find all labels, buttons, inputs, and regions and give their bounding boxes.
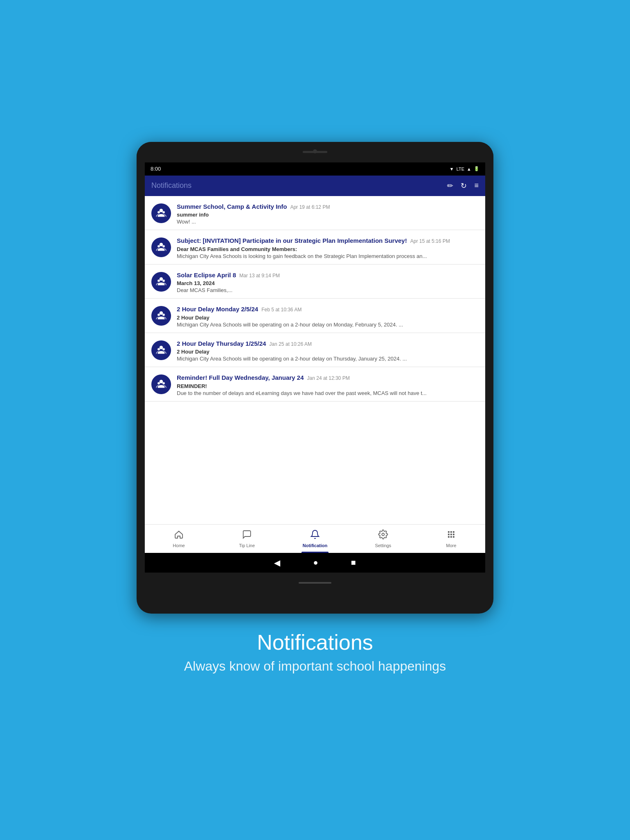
notification-item[interactable]: 2 Hour Delay Monday 2/5/24Feb 5 at 10:36…: [145, 299, 485, 333]
edit-icon[interactable]: ✏: [447, 181, 453, 190]
notif-preview: Michigan City Area Schools will be opera…: [177, 322, 479, 328]
notif-preview-bold: summer info: [177, 212, 479, 218]
caption-subtitle: Always know of important school happenin…: [184, 659, 446, 674]
back-button[interactable]: ◀: [274, 558, 280, 568]
app-bar-icons: ✏ ↻ ≡: [447, 181, 479, 190]
nav-item-notification[interactable]: Notification: [281, 525, 349, 553]
notification-item[interactable]: 2 Hour Delay Thursday 1/25/24Jan 25 at 1…: [145, 333, 485, 368]
notif-title: Reminder! Full Day Wednesday, January 24: [177, 374, 304, 382]
notif-avatar: [151, 272, 171, 292]
status-bar: 8:00 ▼ LTE ▲ 🔋: [145, 162, 485, 176]
svg-rect-32: [450, 536, 452, 538]
nav-item-more[interactable]: More: [417, 525, 485, 553]
svg-point-5: [160, 243, 163, 247]
svg-rect-27: [453, 531, 454, 533]
svg-point-1: [160, 208, 163, 212]
notif-time: Jan 25 at 10:26 AM: [269, 341, 312, 347]
home-nav-icon: [174, 530, 184, 542]
notification-item[interactable]: Reminder! Full Day Wednesday, January 24…: [145, 367, 485, 402]
caption-title: Notifications: [184, 630, 446, 655]
notif-content: Solar Eclipse April 8Mar 13 at 9:14 PMMa…: [177, 271, 479, 294]
notif-title: Solar Eclipse April 8: [177, 271, 236, 279]
notif-preview-bold: Dear MCAS Families and Community Members…: [177, 246, 479, 252]
notif-content: 2 Hour Delay Monday 2/5/24Feb 5 at 10:36…: [177, 305, 479, 328]
settings-nav-label: Settings: [375, 543, 391, 548]
svg-point-4: [154, 240, 168, 254]
svg-point-0: [154, 206, 168, 220]
recents-button[interactable]: ■: [351, 558, 356, 567]
signal-icon: ▲: [467, 167, 471, 171]
notif-time: Apr 19 at 6:12 PM: [290, 204, 330, 210]
tablet-camera: [313, 149, 317, 153]
notif-preview: Wow! ...: [177, 219, 479, 225]
notif-time: Feb 5 at 10:36 AM: [261, 307, 301, 313]
app-bar-title: Notifications: [151, 181, 192, 190]
notification-item[interactable]: Subject: [INVITATION] Participate in our…: [145, 230, 485, 265]
svg-rect-31: [448, 536, 450, 538]
android-nav-bar: ◀ ● ■: [145, 553, 485, 573]
notif-avatar: [151, 340, 171, 360]
notification-nav-icon: [310, 530, 320, 542]
svg-point-20: [154, 377, 168, 391]
svg-rect-30: [453, 534, 454, 535]
lte-label: LTE: [457, 167, 464, 171]
svg-point-23: [162, 382, 165, 384]
svg-point-3: [162, 211, 165, 213]
more-nav-label: More: [446, 543, 456, 548]
notif-preview-bold: March 13, 2024: [177, 280, 479, 286]
svg-point-10: [158, 279, 160, 282]
svg-rect-26: [450, 531, 452, 533]
status-time: 8:00: [151, 166, 161, 172]
svg-point-13: [160, 311, 163, 315]
svg-point-21: [160, 380, 163, 383]
svg-point-11: [162, 279, 165, 282]
home-nav-label: Home: [173, 543, 185, 548]
notif-content: 2 Hour Delay Thursday 1/25/24Jan 25 at 1…: [177, 340, 479, 362]
notif-preview: Michigan City Area Schools is looking to…: [177, 253, 479, 259]
notif-preview-bold: 2 Hour Delay: [177, 315, 479, 321]
tablet-bottom-bar: [137, 573, 493, 593]
svg-point-7: [162, 245, 165, 247]
notif-title: Subject: [INVITATION] Participate in our…: [177, 237, 407, 245]
notif-preview-bold: REMINDER!: [177, 383, 479, 389]
tablet-shell: 8:00 ▼ LTE ▲ 🔋 Notifications ✏ ↻ ≡: [137, 142, 493, 614]
notification-list: Summer School, Camp & Activity InfoApr 1…: [145, 196, 485, 524]
svg-point-8: [154, 275, 168, 289]
svg-point-18: [158, 348, 160, 350]
svg-rect-25: [448, 531, 450, 533]
notif-title: 2 Hour Delay Thursday 1/25/24: [177, 340, 266, 348]
home-button[interactable]: ●: [313, 558, 318, 567]
notif-title: Summer School, Camp & Activity Info: [177, 203, 287, 211]
svg-point-17: [160, 345, 163, 349]
notif-time: Jan 24 at 12:30 PM: [307, 375, 350, 381]
home-indicator: [299, 582, 331, 584]
nav-item-tip-line[interactable]: Tip Line: [213, 525, 281, 553]
tip-line-nav-icon: [242, 530, 252, 542]
battery-icon: 🔋: [474, 166, 479, 171]
svg-point-19: [162, 348, 165, 350]
notif-preview: Due to the number of delays and eLearnin…: [177, 390, 479, 396]
svg-point-14: [158, 313, 160, 316]
notification-item[interactable]: Solar Eclipse April 8Mar 13 at 9:14 PMMa…: [145, 265, 485, 299]
notif-content: Subject: [INVITATION] Participate in our…: [177, 237, 479, 259]
refresh-icon[interactable]: ↻: [461, 181, 467, 190]
svg-point-12: [154, 309, 168, 323]
svg-rect-28: [448, 534, 450, 535]
svg-point-2: [158, 211, 160, 213]
wifi-icon: ▼: [450, 167, 454, 171]
svg-point-16: [154, 343, 168, 357]
svg-point-9: [160, 277, 163, 281]
svg-point-22: [158, 382, 160, 384]
svg-point-6: [158, 245, 160, 247]
notif-content: Summer School, Camp & Activity InfoApr 1…: [177, 203, 479, 225]
nav-item-home[interactable]: Home: [145, 525, 213, 553]
notif-avatar: [151, 203, 171, 223]
app-bar: Notifications ✏ ↻ ≡: [145, 176, 485, 196]
notif-content: Reminder! Full Day Wednesday, January 24…: [177, 374, 479, 396]
more-nav-icon: [446, 530, 456, 542]
status-icons: ▼ LTE ▲ 🔋: [450, 166, 479, 171]
menu-icon[interactable]: ≡: [474, 181, 479, 190]
notification-item[interactable]: Summer School, Camp & Activity InfoApr 1…: [145, 196, 485, 231]
svg-point-15: [162, 313, 165, 316]
nav-item-settings[interactable]: Settings: [349, 525, 417, 553]
